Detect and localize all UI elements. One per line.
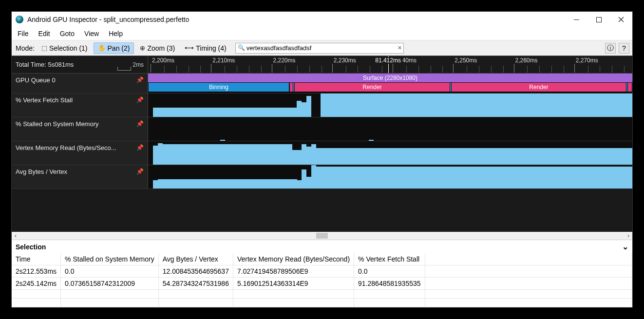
counter-bar <box>268 108 273 117</box>
hand-icon: ✋ <box>98 45 106 51</box>
counter-bar <box>163 179 168 188</box>
table-header[interactable]: Vertex Memory Read (Bytes/Second) <box>233 253 354 265</box>
mode-pan-button[interactable]: ✋ Pan (2) <box>94 42 134 54</box>
counter-bar <box>172 144 177 165</box>
pin-icon[interactable]: 📌 <box>136 144 144 151</box>
info-button[interactable]: ⓘ <box>605 43 616 54</box>
counter-bar <box>402 148 407 165</box>
counter-bar <box>201 144 206 165</box>
counter-bar <box>325 94 330 117</box>
counter-bar <box>484 94 489 117</box>
counter-bar <box>383 148 388 165</box>
menu-goto[interactable]: Goto <box>55 28 79 39</box>
counter-bar <box>474 148 479 165</box>
table-row[interactable]: 2s245.142ms0.0736515874231200954.2873432… <box>12 278 632 290</box>
counter-bar <box>229 108 234 117</box>
counter-bar <box>244 108 249 117</box>
counter-bar <box>278 144 283 165</box>
counter-bar <box>503 148 508 165</box>
help-icon: ? <box>622 44 626 52</box>
counter-bar <box>541 148 546 165</box>
table-row[interactable]: 2s212.553ms0.012.0084535646956377.027419… <box>12 265 632 278</box>
pin-icon[interactable]: 📌 <box>136 76 144 83</box>
counter-bar <box>585 167 589 188</box>
counter-bar <box>450 148 455 165</box>
counter-bar <box>469 94 474 117</box>
menu-edit[interactable]: Edit <box>34 28 55 39</box>
counter-bar <box>580 148 585 165</box>
counter-bar <box>210 179 215 188</box>
counter-bar <box>172 108 177 117</box>
table-header[interactable]: % Stalled on System Memory <box>61 253 159 265</box>
menu-view[interactable]: View <box>79 28 104 39</box>
counter-bar <box>311 144 316 165</box>
maximize-button[interactable] <box>587 12 610 27</box>
mode-zoom-button[interactable]: ⊕ Zoom (3) <box>136 43 179 54</box>
close-button[interactable] <box>610 12 632 27</box>
counter-bar <box>556 94 561 117</box>
counter-bar <box>417 148 421 165</box>
minimize-button[interactable] <box>565 12 587 27</box>
counter-bar <box>440 167 445 188</box>
track-stalled-mem-body[interactable] <box>148 117 632 141</box>
collapse-icon[interactable]: ⌄ <box>622 242 628 251</box>
track-vertex-fetch-body[interactable] <box>148 94 632 117</box>
selection-table[interactable]: Time% Stalled on System MemoryAvg Bytes … <box>12 253 632 307</box>
counter-bar <box>297 180 302 188</box>
counter-bar <box>546 148 551 165</box>
counter-bar <box>589 148 594 165</box>
clear-search-icon[interactable]: × <box>398 44 402 52</box>
pin-icon[interactable]: 📌 <box>136 168 144 175</box>
scroll-right-icon[interactable]: › <box>627 232 629 239</box>
pin-icon[interactable]: 📌 <box>136 120 144 127</box>
counter-bar <box>517 167 522 188</box>
selection-icon: ⬚ <box>41 45 47 51</box>
table-cell: 91.28648581935535 <box>354 278 425 290</box>
counter-bar <box>407 94 412 117</box>
slice-render-thin[interactable] <box>627 83 632 92</box>
counter-bar <box>201 108 206 117</box>
counter-bar <box>412 94 417 117</box>
counter-bar <box>340 94 345 117</box>
counter-bar <box>283 179 287 188</box>
counter-bar <box>489 94 493 117</box>
counter-bar <box>364 148 369 165</box>
scroll-left-icon[interactable]: ‹ <box>15 232 17 239</box>
mode-timing-button[interactable]: ⟷ Timing (4) <box>181 43 230 54</box>
counter-bar <box>407 167 412 188</box>
menu-file[interactable]: File <box>13 28 34 39</box>
slice-surface[interactable]: Surface (2280x1080) <box>148 74 632 82</box>
counter-bar <box>398 94 402 117</box>
track-avg-bytes-body[interactable] <box>148 165 632 188</box>
counter-bar <box>330 167 335 188</box>
slice-render-1[interactable]: Render <box>294 83 450 92</box>
track-vmem-read-body[interactable] <box>148 141 632 165</box>
counter-bar <box>479 167 484 188</box>
counter-bar <box>302 102 306 117</box>
help-button[interactable]: ? <box>619 43 629 54</box>
time-ruler[interactable]: 2,200ms2,210ms2,220ms2,230ms2,240ms2,250… <box>148 56 632 73</box>
counter-bar <box>503 94 508 117</box>
mode-selection-button[interactable]: ⬚ Selection (1) <box>38 43 92 54</box>
counter-bar <box>450 94 455 117</box>
table-header[interactable]: Avg Bytes / Vertex <box>158 253 233 265</box>
horizontal-scrollbar[interactable]: ‹ › <box>12 232 632 240</box>
selection-header: Selection <box>16 243 46 251</box>
scroll-thumb[interactable] <box>316 233 328 239</box>
counter-bar <box>431 148 436 165</box>
counter-bar <box>455 94 460 117</box>
slice-binning[interactable]: Binning <box>148 83 289 92</box>
slice-render-2[interactable]: Render <box>451 83 626 92</box>
menu-help[interactable]: Help <box>104 28 128 39</box>
table-header[interactable]: Time <box>12 253 61 265</box>
track-vmem-read-label: Vertex Memory Read (Bytes/Seco... <box>16 144 116 151</box>
trace-view[interactable]: Total Time: 5s081ms 2ms 2,200ms2,210ms2,… <box>12 56 632 232</box>
counter-bar <box>613 94 618 117</box>
counter-bar <box>158 179 163 188</box>
table-header[interactable]: % Vertex Fetch Stall <box>354 253 425 265</box>
slice-render-thin[interactable] <box>289 83 293 92</box>
track-gpu-queue-body[interactable]: Surface (2280x1080)BinningRenderRender <box>148 74 632 93</box>
search-input[interactable] <box>235 43 404 54</box>
pin-icon[interactable]: 📌 <box>136 96 144 103</box>
counter-bar <box>393 94 398 117</box>
